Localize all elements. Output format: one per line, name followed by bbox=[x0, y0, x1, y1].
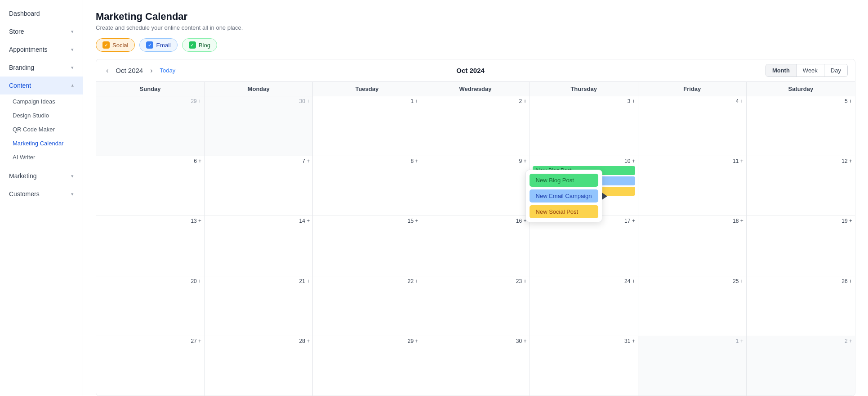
day-cell[interactable]: 10 +New Blog PostNew Email CampaignNew S… bbox=[530, 156, 638, 216]
day-cell[interactable]: 15 + bbox=[313, 216, 421, 275]
popup-item-blog[interactable]: New Blog Post bbox=[530, 174, 598, 187]
calendar-nav: ‹ Oct 2024 › Today bbox=[103, 66, 175, 76]
day-number: 3 + bbox=[533, 98, 635, 104]
day-number: 1 + bbox=[641, 338, 743, 344]
day-cell[interactable]: 16 + bbox=[421, 216, 530, 275]
main-content: Marketing Calendar Create and schedule y… bbox=[83, 0, 868, 396]
day-cell[interactable]: 29 + bbox=[96, 96, 205, 156]
sidebar-subitem-design-studio[interactable]: Design Studio bbox=[0, 108, 83, 122]
day-number: 11 + bbox=[641, 158, 743, 164]
day-cell[interactable]: 17 + bbox=[530, 216, 638, 275]
sidebar-item-branding[interactable]: Branding▾ bbox=[0, 58, 83, 76]
day-number: 13 + bbox=[99, 218, 201, 224]
day-cell[interactable]: 2 + bbox=[747, 336, 855, 396]
day-cell[interactable]: 3 + bbox=[530, 96, 638, 156]
day-number: 5 + bbox=[749, 98, 852, 104]
day-cell[interactable]: 19 + bbox=[747, 216, 855, 275]
view-btn-day[interactable]: Day bbox=[824, 64, 847, 76]
sidebar-subitem-marketing-calendar[interactable]: Marketing Calendar bbox=[0, 136, 83, 150]
day-number: 6 + bbox=[99, 158, 201, 164]
chevron-icon: ▾ bbox=[71, 83, 74, 89]
prev-month-button[interactable]: ‹ bbox=[103, 66, 111, 76]
day-number: 22 + bbox=[316, 278, 418, 284]
day-cell[interactable]: 9 + bbox=[421, 156, 530, 216]
day-cell[interactable]: 6 + bbox=[96, 156, 205, 216]
sidebar: DashboardStore▾Appointments▾Branding▾Con… bbox=[0, 0, 83, 396]
sidebar-subitem-ai-writer[interactable]: AI Writer bbox=[0, 150, 83, 164]
day-cell[interactable]: 20 + bbox=[96, 276, 205, 336]
sidebar-subitem-campaign-ideas[interactable]: Campaign Ideas bbox=[0, 94, 83, 108]
day-cell[interactable]: 11 + bbox=[638, 156, 747, 216]
week-row-2: 13 +14 +15 +16 +17 +18 +19 + bbox=[96, 216, 855, 276]
day-cell[interactable]: 24 + bbox=[530, 276, 638, 336]
day-cell[interactable]: 27 + bbox=[96, 336, 205, 396]
sidebar-subitem-qr-code-maker[interactable]: QR Code Maker bbox=[0, 122, 83, 136]
day-number: 14 + bbox=[207, 218, 310, 224]
day-cell[interactable]: 5 + bbox=[747, 96, 855, 156]
calendar-center-label: Oct 2024 bbox=[456, 67, 485, 74]
day-header-thursday: Thursday bbox=[530, 82, 638, 96]
day-cell[interactable]: 23 + bbox=[421, 276, 530, 336]
today-button[interactable]: Today bbox=[160, 67, 176, 74]
filter-chip-blog[interactable]: ✓Blog bbox=[182, 38, 217, 52]
day-cell[interactable]: 30 + bbox=[421, 336, 530, 396]
sidebar-label-dashboard: Dashboard bbox=[9, 10, 40, 17]
day-cell[interactable]: 25 + bbox=[638, 276, 747, 336]
week-row-1: 6 +7 +8 +9 +10 +New Blog PostNew Email C… bbox=[96, 156, 855, 216]
day-cell[interactable]: 26 + bbox=[747, 276, 855, 336]
filter-row: ✓Social✓Email✓Blog bbox=[96, 38, 855, 52]
day-cell[interactable]: 14 + bbox=[205, 216, 313, 275]
day-cell[interactable]: 29 + bbox=[313, 336, 421, 396]
day-cell[interactable]: 12 + bbox=[747, 156, 855, 216]
day-cell[interactable]: 1 + bbox=[313, 96, 421, 156]
sidebar-subitems-content: Campaign IdeasDesign StudioQR Code Maker… bbox=[0, 94, 83, 167]
day-cell[interactable]: 8 + bbox=[313, 156, 421, 216]
day-cell[interactable]: 1 + bbox=[638, 336, 747, 396]
day-number: 31 + bbox=[533, 338, 635, 344]
calendar-wrapper: ‹ Oct 2024 › Today Oct 2024 MonthWeekDay… bbox=[96, 59, 855, 396]
view-btn-week[interactable]: Week bbox=[797, 64, 824, 76]
filter-label-blog: Blog bbox=[199, 42, 210, 49]
day-cell[interactable]: 2 + bbox=[421, 96, 530, 156]
day-number: 8 + bbox=[316, 158, 418, 164]
day-number: 30 + bbox=[424, 338, 526, 344]
view-buttons: MonthWeekDay bbox=[766, 64, 848, 77]
day-header-saturday: Saturday bbox=[747, 82, 855, 96]
popup-item-email[interactable]: New Email Campaign bbox=[530, 189, 598, 202]
page-subtitle: Create and schedule your online content … bbox=[96, 24, 855, 31]
sidebar-label-content: Content bbox=[9, 82, 31, 89]
day-header-tuesday: Tuesday bbox=[313, 82, 421, 96]
sidebar-item-content[interactable]: Content▾ bbox=[0, 76, 83, 94]
filter-chip-social[interactable]: ✓Social bbox=[96, 38, 135, 52]
sidebar-item-appointments[interactable]: Appointments▾ bbox=[0, 40, 83, 58]
day-cell[interactable]: 31 + bbox=[530, 336, 638, 396]
next-month-button[interactable]: › bbox=[147, 66, 155, 76]
day-cell[interactable]: 7 + bbox=[205, 156, 313, 216]
day-cell[interactable]: 4 + bbox=[638, 96, 747, 156]
day-cell[interactable]: 18 + bbox=[638, 216, 747, 275]
sidebar-label-store: Store bbox=[9, 28, 24, 35]
day-cell[interactable]: 22 + bbox=[313, 276, 421, 336]
sidebar-item-dashboard[interactable]: Dashboard bbox=[0, 4, 83, 22]
sidebar-item-store[interactable]: Store▾ bbox=[0, 22, 83, 40]
day-number: 25 + bbox=[641, 278, 743, 284]
chevron-icon: ▾ bbox=[71, 29, 74, 35]
day-cell[interactable]: 30 + bbox=[205, 96, 313, 156]
event-popup: New Blog PostNew Email CampaignNew Socia… bbox=[525, 170, 602, 222]
chevron-icon: ▾ bbox=[71, 65, 74, 71]
sidebar-item-customers[interactable]: Customers▾ bbox=[0, 185, 83, 203]
day-number: 28 + bbox=[207, 338, 310, 344]
filter-chip-email[interactable]: ✓Email bbox=[139, 38, 178, 52]
popup-item-social[interactable]: New Social Post bbox=[530, 205, 598, 218]
day-cell[interactable]: 28 + bbox=[205, 336, 313, 396]
view-btn-month[interactable]: Month bbox=[766, 64, 797, 76]
week-row-0: 29 +30 +1 +2 +3 +4 +5 + bbox=[96, 96, 855, 156]
calendar-grid: SundayMondayTuesdayWednesdayThursdayFrid… bbox=[96, 82, 855, 396]
day-number: 30 + bbox=[207, 98, 310, 104]
day-cell[interactable]: 21 + bbox=[205, 276, 313, 336]
chevron-icon: ▾ bbox=[71, 191, 74, 197]
chevron-icon: ▾ bbox=[71, 47, 74, 53]
sidebar-label-customers: Customers bbox=[9, 190, 40, 198]
day-cell[interactable]: 13 + bbox=[96, 216, 205, 275]
sidebar-item-marketing[interactable]: Marketing▾ bbox=[0, 167, 83, 185]
